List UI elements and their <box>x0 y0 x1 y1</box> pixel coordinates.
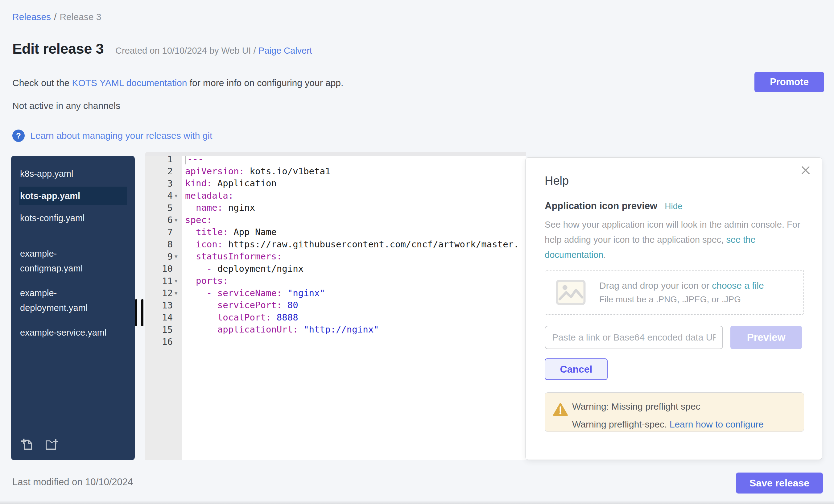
gutter-line-2: 2 <box>145 165 182 178</box>
warning-icon <box>553 402 568 416</box>
code-line-10[interactable]: - deployment/nginx <box>185 263 526 275</box>
fold-arrow-icon[interactable]: ▾ <box>173 192 182 199</box>
save-release-button[interactable]: Save release <box>736 473 823 494</box>
icon-preview-title: Application icon preview <box>545 200 657 212</box>
code-line-4[interactable]: metadata: <box>185 190 526 202</box>
gutter-line-12: 12▾ <box>145 287 182 300</box>
code-line-9[interactable]: statusInformers: <box>185 250 526 263</box>
gutter-line-5: 5 <box>145 202 182 214</box>
gutter-line-11: 11▾ <box>145 275 182 287</box>
docs-text-after: for more info on configuring your app. <box>187 78 343 88</box>
dropzone-text: Drag and drop your icon or <box>599 280 712 290</box>
cancel-button[interactable]: Cancel <box>545 358 608 380</box>
gutter-line-16: 16 <box>145 336 182 348</box>
fold-arrow-icon[interactable]: ▾ <box>173 277 182 284</box>
breadcrumb: Releases/Release 3 <box>12 12 102 22</box>
code-line-14[interactable]: localPort: 8888 <box>185 311 526 324</box>
warning-title: Warning: Missing preflight spec <box>572 401 795 412</box>
code-line-11[interactable]: ports: <box>185 275 526 287</box>
learn-row: ? Learn about managing your releases wit… <box>12 130 212 142</box>
gutter-line-10: 10 <box>145 263 182 275</box>
gutter-line-15: 15 <box>145 324 182 336</box>
icon-url-input[interactable] <box>545 326 723 349</box>
warning-detail: Warning preflight-spec. <box>572 419 670 429</box>
code-line-3[interactable]: kind: Application <box>185 177 526 190</box>
gutter-line-6: 6▾ <box>145 214 182 226</box>
channel-status: Not active in any channels <box>12 101 120 111</box>
created-by-link[interactable]: Paige Calvert <box>259 46 312 56</box>
created-text: Created on 10/10/2024 by Web UI / <box>115 46 259 56</box>
code-line-15[interactable]: applicationUrl: "http://nginx" <box>185 324 526 336</box>
gutter-line-14: 14 <box>145 311 182 324</box>
file-sidebar: k8s-app.yamlkots-app.yamlkots-config.yam… <box>11 156 135 460</box>
close-icon[interactable] <box>800 165 811 176</box>
kots-yaml-doc-link[interactable]: KOTS YAML documentation <box>72 78 187 88</box>
file-list-divider <box>19 233 127 233</box>
text-cursor <box>185 156 186 165</box>
file-item-example-service-yaml[interactable]: example-service.yaml <box>19 323 111 342</box>
fold-arrow-icon[interactable]: ▾ <box>173 253 182 260</box>
yaml-editor[interactable]: 1234▾56▾789▾1011▾12▾13141516 ---apiVersi… <box>145 152 526 460</box>
editor-code-area[interactable]: ---apiVersion: kots.io/v1beta1kind: Appl… <box>182 156 526 460</box>
gutter-line-8: 8 <box>145 238 182 251</box>
gutter-line-1: 1 <box>145 156 182 165</box>
file-item-example-configmap-yaml[interactable]: example-configmap.yaml <box>19 244 111 278</box>
git-releases-link[interactable]: Learn about managing your releases with … <box>30 130 212 141</box>
code-line-13[interactable]: servicePort: 80 <box>185 299 526 311</box>
help-panel: Help Application icon preview Hide See h… <box>525 157 822 460</box>
file-item-k8s-app-yaml[interactable]: k8s-app.yaml <box>19 165 127 183</box>
promote-button[interactable]: Promote <box>754 72 824 92</box>
gutter-line-13: 13 <box>145 299 182 311</box>
new-file-icon[interactable] <box>20 437 35 451</box>
page-title: Edit release 3 <box>12 40 104 57</box>
description-text: See how your application icon will look … <box>545 220 800 245</box>
code-line-2[interactable]: apiVersion: kots.io/v1beta1 <box>185 165 526 178</box>
code-line-6[interactable]: spec: <box>185 214 526 226</box>
code-line-16[interactable] <box>185 336 526 348</box>
file-item-example-deployment-yaml[interactable]: example-deployment.yaml <box>19 284 111 317</box>
description-period: . <box>603 250 606 260</box>
icon-preview-description: See how your application icon will look … <box>545 217 804 262</box>
panel-resize-handle-left[interactable] <box>135 299 144 326</box>
choose-file-link[interactable]: choose a file <box>712 280 764 290</box>
icon-dropzone[interactable]: Drag and drop your icon or choose a file… <box>545 270 804 314</box>
breadcrumb-link-releases[interactable]: Releases <box>12 12 51 22</box>
editor-gutter: 1234▾56▾789▾1011▾12▾13141516 <box>145 156 182 460</box>
help-title: Help <box>545 174 804 188</box>
created-info: Created on 10/10/2024 by Web UI / Paige … <box>115 46 312 56</box>
learn-configure-link[interactable]: Learn how to configure <box>670 419 764 429</box>
breadcrumb-current: Release 3 <box>60 12 101 22</box>
file-list: k8s-app.yamlkots-app.yamlkots-config.yam… <box>11 156 135 342</box>
code-line-7[interactable]: title: App Name <box>185 226 526 238</box>
sidebar-footer <box>11 430 135 460</box>
page: Releases/Release 3 Edit release 3 Create… <box>0 0 834 504</box>
preview-button[interactable]: Preview <box>730 326 802 349</box>
preflight-warning: Warning: Missing preflight spec Warning … <box>545 392 804 432</box>
new-folder-icon[interactable] <box>44 437 58 451</box>
fold-arrow-icon[interactable]: ▾ <box>173 290 182 297</box>
hide-link[interactable]: Hide <box>665 201 683 211</box>
file-item-kots-app-yaml[interactable]: kots-app.yaml <box>19 187 127 205</box>
image-placeholder-icon <box>556 280 586 305</box>
question-mark-icon: ? <box>12 130 25 142</box>
title-row: Edit release 3 Created on 10/10/2024 by … <box>12 40 312 57</box>
last-modified: Last modified on 10/10/2024 <box>12 477 133 488</box>
code-line-8[interactable]: icon: https://raw.githubusercontent.com/… <box>185 238 526 251</box>
file-item-kots-config-yaml[interactable]: kots-config.yaml <box>19 209 127 227</box>
docs-text-before: Check out the <box>12 78 72 88</box>
dropzone-filetypes: File must be a .PNG, .JPEG, or .JPG <box>599 294 764 304</box>
editor-scrollbar-track[interactable] <box>145 152 526 156</box>
gutter-line-7: 7 <box>145 226 182 238</box>
code-line-12[interactable]: - serviceName: "nginx" <box>185 287 526 300</box>
fold-arrow-icon[interactable]: ▾ <box>173 217 182 224</box>
gutter-line-4: 4▾ <box>145 190 182 202</box>
gutter-line-9: 9▾ <box>145 250 182 263</box>
code-line-1[interactable]: --- <box>185 156 526 165</box>
docs-line: Check out the KOTS YAML documentation fo… <box>12 78 343 88</box>
page-bottom-shadow <box>0 500 834 504</box>
breadcrumb-separator: / <box>54 12 57 22</box>
code-line-5[interactable]: name: nginx <box>185 202 526 214</box>
gutter-line-3: 3 <box>145 177 182 190</box>
